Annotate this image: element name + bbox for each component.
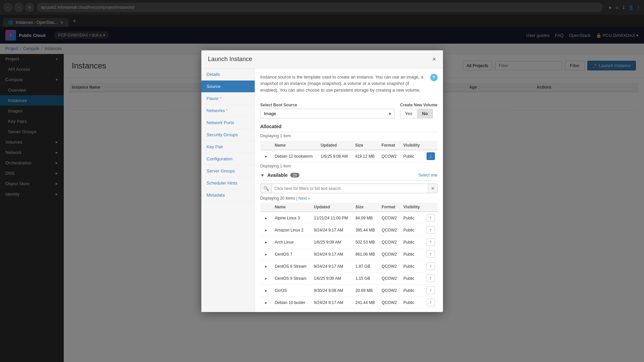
avail-row-updated: 9/24/24 9:17 AM	[311, 248, 353, 260]
boot-source-label: Select Boot Source	[260, 103, 395, 107]
new-volume-group: Create New Volume Yes No	[400, 103, 437, 118]
allocated-section: Allocated Displaying 1 item Name Updated…	[260, 124, 438, 168]
alloc-col-updated: Updated	[318, 141, 353, 150]
alloc-col-format: Format	[379, 141, 401, 150]
avail-row-format: QCOW2	[379, 236, 401, 248]
avail-row-visibility: Public	[401, 285, 424, 297]
allocated-footer: Displaying 1 item	[260, 164, 438, 168]
avail-row-size: 395.44 MB	[353, 224, 379, 236]
avail-row-name: CentOS 8 Stream	[272, 260, 311, 272]
avail-row-visibility: Public	[401, 248, 424, 260]
avail-row-select-button[interactable]: ↑	[427, 250, 435, 258]
modal-nav-flavor[interactable]: Flavor *	[201, 93, 255, 105]
modal-nav-details[interactable]: Details	[201, 68, 255, 81]
search-icon: 🔍	[261, 184, 272, 193]
available-header: ▼ Available 29 Select one	[260, 172, 438, 181]
available-row: ► CentOS 8 Stream 9/24/24 9:17 AM 1.87 G…	[260, 260, 438, 272]
avail-expand-col	[260, 203, 272, 212]
avail-row-select-button[interactable]: ↑	[427, 299, 435, 306]
search-row: 🔍 ✕	[260, 184, 438, 193]
launch-instance-modal: Launch Instance × Details Source Flavor …	[201, 50, 443, 312]
avail-row-select-button[interactable]: ↑	[427, 287, 435, 294]
avail-row-name: Arch Linux	[272, 236, 311, 248]
available-display: Displaying 20 items | Next »	[260, 196, 438, 201]
avail-row-visibility: Public	[401, 297, 424, 309]
alloc-row-select-button[interactable]: ↓	[427, 152, 435, 160]
alloc-row-name: Debian 12 bookworm	[272, 150, 318, 162]
avail-expand-button[interactable]: ►	[263, 276, 269, 281]
avail-expand-button[interactable]: ►	[263, 227, 269, 233]
available-section: ▼ Available 29 Select one 🔍 ✕ Displaying…	[260, 172, 438, 309]
modal-navigation: Details Source Flavor * Networks * Netwo…	[201, 68, 255, 312]
allocated-row: ► Debian 12 bookworm 1/6/25 9:08 AM 419.…	[260, 150, 438, 162]
avail-row-name: Alpine Linux 3	[272, 212, 311, 224]
select-one-link[interactable]: Select one	[418, 173, 438, 177]
modal-nav-configuration[interactable]: Configuration	[201, 153, 255, 165]
avail-row-size: 241.44 MB	[353, 297, 379, 309]
available-row: ► Amazon Linux 2 9/24/24 9:17 AM 395.44 …	[260, 224, 438, 236]
alloc-row-format: QCOW2	[379, 150, 401, 162]
available-search-input[interactable]	[272, 184, 428, 193]
alloc-col-size: Size	[352, 141, 379, 150]
boot-source-select[interactable]: Image Instance Snapshot Volume Volume Sn…	[260, 109, 395, 118]
avail-expand-button[interactable]: ►	[263, 264, 269, 269]
modal-nav-server-groups[interactable]: Server Groups	[201, 165, 255, 177]
search-clear-button[interactable]: ✕	[428, 184, 437, 193]
alloc-row-updated: 1/6/25 9:08 AM	[318, 150, 353, 162]
flavor-required: *	[220, 97, 221, 100]
avail-expand-button[interactable]: ►	[263, 252, 269, 257]
avail-row-format: QCOW2	[379, 297, 401, 309]
avail-col-action	[424, 203, 438, 212]
alloc-col-visibility: Visibility	[401, 141, 424, 150]
avail-row-select-button[interactable]: ↑	[427, 238, 435, 246]
modal-nav-source[interactable]: Source	[201, 81, 255, 93]
modal-nav-metadata[interactable]: Metadata	[201, 189, 255, 201]
avail-row-visibility: Public	[401, 272, 424, 285]
avail-row-select-button[interactable]: ↑	[427, 214, 435, 222]
avail-row-visibility: Public	[401, 236, 424, 248]
avail-row-format: QCOW2	[379, 224, 401, 236]
boot-source-group: Select Boot Source Image Instance Snapsh…	[260, 103, 395, 118]
available-collapse-icon[interactable]: ▼	[260, 173, 265, 178]
avail-expand-button[interactable]: ►	[263, 288, 269, 293]
avail-expand-button[interactable]: ►	[263, 300, 269, 305]
new-volume-no-button[interactable]: No	[417, 109, 433, 118]
avail-row-format: QCOW2	[379, 285, 401, 297]
avail-row-name: CirrOS	[272, 285, 311, 297]
avail-row-name: Debian 10 buster	[272, 297, 311, 309]
avail-row-select-button[interactable]: ↑	[427, 262, 435, 270]
new-volume-label: Create New Volume	[400, 103, 437, 107]
available-title: Available	[267, 172, 288, 178]
alloc-row-visibility: Public	[401, 150, 424, 162]
avail-row-name: CentOS 7	[272, 248, 311, 260]
avail-row-size: 1.87 GB	[353, 260, 379, 272]
modal-nav-scheduler-hints[interactable]: Scheduler Hints	[201, 177, 255, 189]
modal-header: Launch Instance ×	[201, 50, 443, 68]
modal-overlay[interactable]: Launch Instance × Details Source Flavor …	[0, 0, 644, 362]
help-icon[interactable]: ?	[430, 74, 438, 81]
avail-col-size: Size	[353, 203, 379, 212]
alloc-expand-button[interactable]: ►	[263, 154, 269, 159]
avail-row-visibility: Public	[401, 260, 424, 272]
avail-row-format: QCOW2	[379, 212, 401, 224]
avail-expand-button[interactable]: ►	[263, 240, 269, 245]
new-volume-yes-button[interactable]: Yes	[400, 109, 417, 118]
available-row: ► Debian 10 buster 9/24/24 9:17 AM 241.4…	[260, 297, 438, 309]
available-table: Name Updated Size Format Visibility ► Al…	[260, 203, 438, 309]
avail-row-format: QCOW2	[379, 260, 401, 272]
modal-nav-key-pair[interactable]: Key Pair	[201, 141, 255, 153]
modal-nav-networks[interactable]: Networks *	[201, 105, 255, 117]
modal-nav-security-groups[interactable]: Security Groups	[201, 129, 255, 141]
avail-row-updated: 11/21/24 11:00 PM	[311, 212, 353, 224]
avail-row-updated: 1/6/25 9:09 AM	[311, 236, 353, 248]
avail-expand-button[interactable]: ►	[263, 215, 269, 221]
avail-row-size: 1.15 GB	[353, 272, 379, 285]
avail-row-select-button[interactable]: ↑	[427, 274, 435, 282]
avail-row-visibility: Public	[401, 212, 424, 224]
avail-row-select-button[interactable]: ↑	[427, 226, 435, 234]
next-link[interactable]: Next »	[298, 196, 310, 201]
new-volume-btn-group: Yes No	[400, 109, 437, 118]
avail-row-format: QCOW2	[379, 248, 401, 260]
modal-close-button[interactable]: ×	[432, 56, 436, 62]
modal-nav-network-ports[interactable]: Network Ports	[201, 117, 255, 129]
